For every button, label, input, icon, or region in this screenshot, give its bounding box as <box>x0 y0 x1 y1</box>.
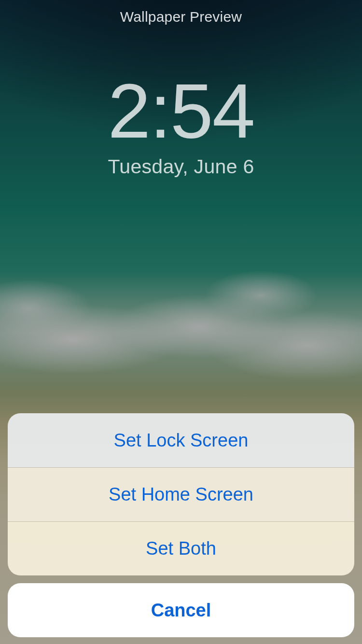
lock-clock-date: Tuesday, June 6 <box>0 155 362 178</box>
cancel-button[interactable]: Cancel <box>8 583 354 637</box>
set-home-screen-button[interactable]: Set Home Screen <box>8 467 354 521</box>
lock-clock-time: 2:54 <box>0 72 362 150</box>
set-lock-screen-button[interactable]: Set Lock Screen <box>8 413 354 467</box>
action-sheet: Set Lock Screen Set Home Screen Set Both… <box>8 413 354 637</box>
set-both-button[interactable]: Set Both <box>8 521 354 575</box>
page-title: Wallpaper Preview <box>0 9 362 25</box>
action-sheet-options: Set Lock Screen Set Home Screen Set Both <box>8 413 354 575</box>
wallpaper-preview-screen: Wallpaper Preview 2:54 Tuesday, June 6 S… <box>0 0 362 644</box>
